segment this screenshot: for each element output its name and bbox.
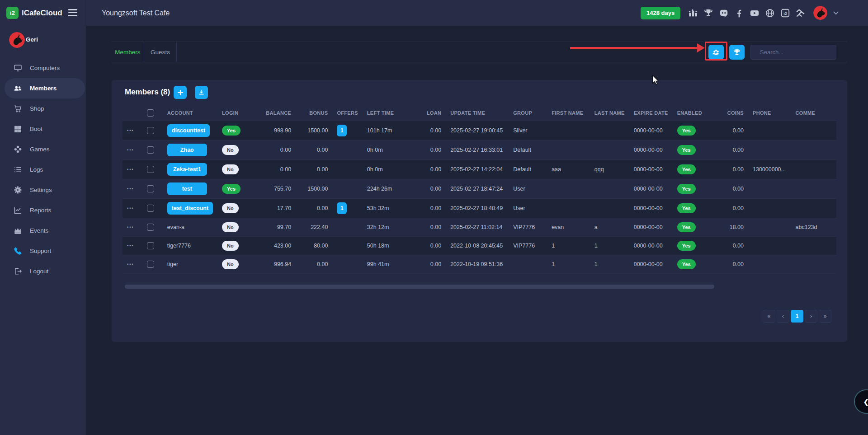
sidebar-item-games[interactable]: Games <box>0 139 86 159</box>
header-icon-row: i2 <box>688 0 839 26</box>
phone-cell <box>748 237 791 255</box>
page-next-button[interactable]: › <box>805 310 817 323</box>
chevron-down-icon[interactable] <box>833 11 839 15</box>
expire_date-cell: 0000-00-00 <box>629 255 673 274</box>
account-button[interactable]: Zhao <box>167 144 207 156</box>
annotation-arrow-head <box>697 43 705 52</box>
row-actions-menu[interactable]: ••• <box>127 187 134 191</box>
offers-cell: 1 <box>332 199 362 218</box>
sidebar-item-boot[interactable]: Boot <box>0 119 86 139</box>
sidebar-item-logs[interactable]: Logs <box>0 159 86 180</box>
last_name-cell: a <box>590 218 629 237</box>
sidebar-item-shop[interactable]: Shop <box>0 98 86 119</box>
license-days-badge[interactable]: 1428 days <box>641 7 680 19</box>
account-button[interactable]: test <box>167 182 207 195</box>
page-1-button[interactable]: 1 <box>791 310 803 323</box>
sidebar-item-members[interactable]: Members <box>5 78 85 98</box>
sidebar-item-events[interactable]: Events <box>0 220 86 241</box>
enabled-status-badge: Yes <box>677 145 696 155</box>
row-checkbox[interactable] <box>147 146 154 154</box>
balance-cell: 17.70 <box>260 199 296 218</box>
select-all-checkbox[interactable] <box>147 109 154 117</box>
tab-members[interactable]: Members <box>112 42 144 62</box>
add-member-button[interactable] <box>174 86 187 99</box>
row-actions-menu[interactable]: ••• <box>127 243 134 248</box>
plus-icon <box>177 89 184 96</box>
search-input[interactable] <box>760 49 840 56</box>
menu-toggle-icon[interactable] <box>68 9 77 18</box>
offers-badge[interactable]: 1 <box>337 202 347 214</box>
row-checkbox[interactable] <box>147 261 154 268</box>
row-checkbox[interactable] <box>147 127 154 134</box>
phone-cell <box>748 199 791 218</box>
discord-icon[interactable] <box>718 8 729 18</box>
first_name-cell: 1 <box>547 255 590 274</box>
enabled-cell: Yes <box>673 199 715 218</box>
first_name-cell <box>547 140 590 160</box>
col-header-left_time: LEFT TIME <box>363 105 410 121</box>
export-members-button[interactable] <box>195 86 208 99</box>
update_time-cell: 2025-02-27 16:33:01 <box>446 140 509 160</box>
trophy-icon[interactable] <box>703 8 713 18</box>
sidebar-user-avatar[interactable] <box>9 32 25 48</box>
offers-badge[interactable]: 1 <box>337 125 347 136</box>
phone-cell <box>748 255 791 274</box>
row-checkbox[interactable] <box>147 224 154 231</box>
tab-guests[interactable]: Guests <box>144 42 176 62</box>
account-button[interactable]: test_discount <box>167 202 213 215</box>
trophy-view-button[interactable] <box>729 45 745 60</box>
tab-divider <box>176 42 177 62</box>
row-actions-menu[interactable]: ••• <box>127 206 134 210</box>
sidebar-item-logout[interactable]: Logout <box>0 261 86 281</box>
loan-cell: 0.00 <box>410 140 446 160</box>
enabled-status-badge: Yes <box>677 222 696 232</box>
youtube-icon[interactable] <box>749 8 760 18</box>
loan-cell: 0.00 <box>410 179 446 199</box>
account-button[interactable]: discounttest <box>167 124 210 137</box>
ranking-icon[interactable] <box>688 8 698 18</box>
sidebar-item-support[interactable]: Support <box>0 241 86 261</box>
scrollbar-thumb[interactable] <box>125 285 714 289</box>
user-avatar[interactable] <box>813 6 827 20</box>
members-view-button[interactable] <box>708 45 724 60</box>
check-cell <box>142 140 163 160</box>
first_name-cell: evan <box>547 218 590 237</box>
row-actions-menu[interactable]: ••• <box>127 262 134 267</box>
offers-cell <box>332 140 362 160</box>
row-checkbox[interactable] <box>147 205 154 212</box>
offers-cell: 1 <box>332 121 362 140</box>
settings-icon <box>14 186 22 194</box>
row-checkbox[interactable] <box>147 242 154 249</box>
group-cell: User <box>509 179 547 199</box>
check-cell <box>142 199 163 218</box>
phone-cell: 130000000... <box>748 160 791 179</box>
row-checkbox[interactable] <box>147 185 154 192</box>
sidebar-item-settings[interactable]: Settings <box>0 180 86 200</box>
members-icon <box>14 84 22 93</box>
first_name-cell: aaa <box>547 160 590 179</box>
icafecloud-icon[interactable]: i2 <box>780 8 790 18</box>
menu-cell: ••• <box>123 255 142 274</box>
coins-cell: 0.00 <box>715 237 748 255</box>
facebook-icon[interactable] <box>734 8 744 18</box>
globe-icon[interactable] <box>764 8 775 18</box>
row-actions-menu[interactable]: ••• <box>127 148 134 152</box>
page-first-button[interactable]: « <box>763 310 775 323</box>
page-prev-button[interactable]: ‹ <box>777 310 789 323</box>
coins-cell: 0.00 <box>715 179 748 199</box>
group-cell: VIP7776 <box>509 237 547 255</box>
sidebar-item-label: Reports <box>30 207 51 214</box>
sidebar-item-reports[interactable]: Reports <box>0 200 86 220</box>
balance-cell: 99.70 <box>260 218 296 237</box>
row-actions-menu[interactable]: ••• <box>127 225 134 229</box>
row-actions-menu[interactable]: ••• <box>127 167 134 172</box>
sidebar-item-computers[interactable]: Computers <box>0 58 86 78</box>
page-last-button[interactable]: » <box>819 310 831 323</box>
row-checkbox[interactable] <box>147 166 154 173</box>
login-cell: No <box>217 237 260 255</box>
collapse-panel-button[interactable]: ❮ <box>854 389 868 414</box>
row-actions-menu[interactable]: ••• <box>127 128 134 133</box>
comment-cell <box>791 179 836 199</box>
youngzsoft-icon[interactable] <box>795 8 806 18</box>
account-button[interactable]: Zeka-test1 <box>167 163 207 176</box>
